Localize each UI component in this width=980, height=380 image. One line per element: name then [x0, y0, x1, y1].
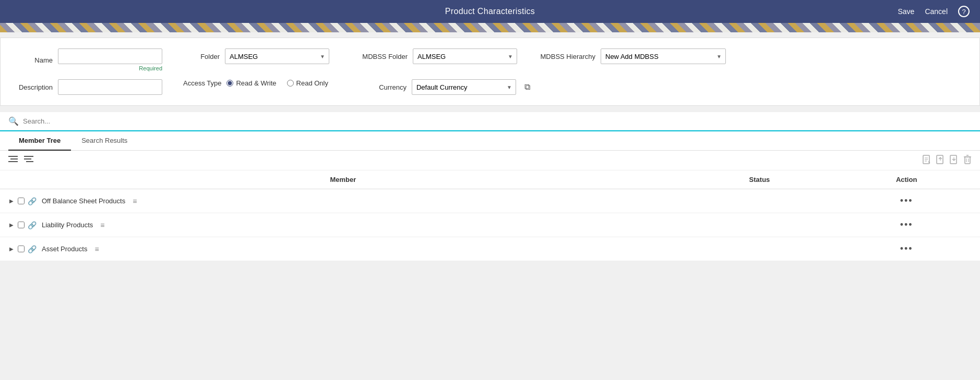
status-cell-2 — [686, 213, 833, 237]
toolbar-left — [8, 156, 33, 165]
svg-rect-12 — [965, 157, 970, 164]
mdbss-folder-group: MDBSS Folder ALMSEG ▼ — [350, 48, 517, 64]
row-checkbox-3[interactable] — [18, 246, 25, 252]
name-label: Name — [16, 56, 53, 64]
read-only-radio[interactable] — [287, 80, 294, 87]
currency-label: Currency — [349, 83, 407, 91]
cancel-button[interactable]: Cancel — [925, 7, 948, 16]
delete-button[interactable] — [963, 155, 972, 166]
member-cell-1: ▶ 🔗 Off Balance Sheet Products ≡ — [0, 189, 686, 213]
access-type-group: Access Type Read & Write Read Only — [183, 79, 328, 87]
row-checkbox-1[interactable] — [18, 198, 25, 204]
member-table: Member Status Action ▶ 🔗 Off Balance She… — [0, 170, 980, 261]
member-cell-3: ▶ 🔗 Asset Products ≡ — [0, 237, 686, 261]
svg-rect-10 — [937, 155, 943, 164]
member-icon-1: 🔗 — [28, 197, 37, 205]
form-row-2: Description Access Type Read & Write Rea… — [16, 79, 964, 95]
mdbss-folder-select[interactable]: ALMSEG — [413, 48, 517, 64]
action-dots-button-2[interactable]: ••• — [900, 219, 913, 230]
member-icon-2: 🔗 — [28, 221, 37, 229]
read-only-label[interactable]: Read Only — [287, 79, 328, 87]
action-cell-2: ••• — [833, 213, 980, 237]
search-icon: 🔍 — [8, 116, 19, 126]
tabs-bar: Member Tree Search Results — [0, 131, 980, 151]
mdbss-hierarchy-label: MDBSS Hierarchy — [538, 53, 595, 60]
folder-select[interactable]: ALMSEG — [225, 48, 329, 64]
member-cell-2: ▶ 🔗 Liability Products ≡ — [0, 213, 686, 237]
header-actions: Save Cancel ? — [898, 6, 970, 17]
expand-button-2[interactable]: ▶ — [8, 221, 15, 229]
toolbar-right — [923, 155, 972, 166]
currency-select[interactable]: Default Currency — [412, 79, 516, 95]
member-list-icon-3[interactable]: ≡ — [94, 245, 99, 253]
read-write-radio[interactable] — [226, 80, 233, 87]
action-cell-3: ••• — [833, 237, 980, 261]
col-header-action: Action — [833, 170, 980, 189]
svg-rect-5 — [26, 161, 33, 162]
name-group: Name Required — [16, 48, 162, 71]
table-toolbar — [0, 151, 980, 170]
currency-select-wrapper: Default Currency ▼ — [412, 79, 516, 95]
read-write-text: Read & Write — [236, 79, 276, 87]
col-header-member: Member — [0, 170, 686, 189]
status-cell-3 — [686, 237, 833, 261]
form-row-1: Name Required Folder ALMSEG ▼ MDBSS Fold… — [16, 48, 964, 71]
svg-rect-0 — [8, 156, 18, 157]
expand-button-3[interactable]: ▶ — [8, 245, 15, 253]
form-panel: Name Required Folder ALMSEG ▼ MDBSS Fold… — [0, 38, 980, 106]
svg-rect-2 — [8, 161, 18, 162]
mdbss-hierarchy-select[interactable]: New Add MDBSS — [601, 48, 726, 64]
description-label: Description — [16, 83, 53, 91]
folder-select-wrapper: ALMSEG ▼ — [225, 48, 329, 64]
search-area: 🔍 — [0, 112, 980, 131]
member-name-3: Asset Products — [42, 245, 87, 253]
row-checkbox-2[interactable] — [18, 222, 25, 228]
import-button[interactable] — [950, 155, 958, 166]
currency-group: Currency Default Currency ▼ ⧉ — [349, 79, 533, 95]
member-icon-3: 🔗 — [28, 245, 37, 253]
banner-decoration — [0, 23, 980, 32]
table-row: ▶ 🔗 Off Balance Sheet Products ≡ ••• — [0, 189, 980, 213]
access-type-label: Access Type — [183, 79, 221, 87]
svg-rect-1 — [10, 158, 18, 160]
folder-label: Folder — [183, 53, 220, 60]
indent-button[interactable] — [24, 156, 33, 165]
col-header-status: Status — [686, 170, 833, 189]
svg-rect-4 — [24, 158, 31, 160]
member-list-icon-1[interactable]: ≡ — [133, 197, 137, 205]
action-cell-1: ••• — [833, 189, 980, 213]
table-row: ▶ 🔗 Asset Products ≡ ••• — [0, 237, 980, 261]
member-name-1: Off Balance Sheet Products — [42, 197, 125, 205]
page-title: Product Characteristics — [445, 7, 535, 16]
action-dots-button-3[interactable]: ••• — [900, 243, 913, 254]
export-button[interactable] — [936, 155, 945, 166]
header: Product Characteristics Save Cancel ? — [0, 0, 980, 23]
help-button[interactable]: ? — [958, 6, 970, 17]
member-name-2: Liability Products — [42, 221, 93, 229]
new-doc-button[interactable] — [923, 155, 931, 166]
description-group: Description — [16, 79, 162, 95]
mdbss-hierarchy-group: MDBSS Hierarchy New Add MDBSS ▼ — [538, 48, 726, 64]
save-button[interactable]: Save — [898, 7, 914, 16]
name-input-stack: Required — [58, 48, 162, 71]
mdbss-folder-label: MDBSS Folder — [350, 53, 408, 60]
member-list-icon-2[interactable]: ≡ — [100, 221, 104, 229]
svg-rect-11 — [950, 155, 957, 164]
folder-group: Folder ALMSEG ▼ — [183, 48, 329, 64]
expand-button-1[interactable]: ▶ — [8, 197, 15, 205]
description-input[interactable] — [58, 79, 162, 95]
mdbss-folder-select-wrapper: ALMSEG ▼ — [413, 48, 517, 64]
tab-search-results[interactable]: Search Results — [71, 131, 138, 151]
read-write-label[interactable]: Read & Write — [226, 79, 276, 87]
name-input[interactable] — [58, 48, 162, 64]
action-dots-button-1[interactable]: ••• — [900, 195, 913, 206]
table-row: ▶ 🔗 Liability Products ≡ ••• — [0, 213, 980, 237]
mdbss-hierarchy-select-wrapper: New Add MDBSS ▼ — [601, 48, 726, 64]
search-input[interactable] — [23, 117, 972, 125]
read-only-text: Read Only — [296, 79, 328, 87]
currency-copy-button[interactable]: ⧉ — [521, 81, 533, 93]
table-area: Member Status Action ▶ 🔗 Off Balance She… — [0, 151, 980, 261]
svg-rect-3 — [24, 156, 33, 157]
tab-member-tree[interactable]: Member Tree — [8, 131, 71, 151]
unlist-button[interactable] — [8, 156, 18, 165]
